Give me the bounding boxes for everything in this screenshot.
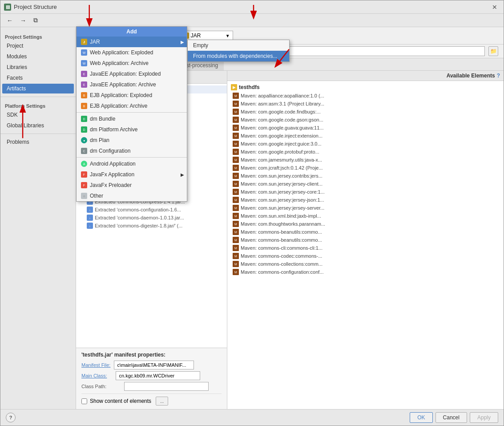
help-button[interactable]: ? (6, 413, 16, 422)
forward-button[interactable]: → (17, 16, 29, 25)
help-icon[interactable]: ? (497, 73, 500, 79)
dropdown-item-web-archive[interactable]: W Web Application: Archive (77, 58, 187, 69)
maven-icon: M (233, 125, 239, 131)
maven-icon: M (233, 205, 239, 211)
sidebar-item-sdk[interactable]: SDK (2, 110, 74, 120)
dropdown-item-javaee-exploded[interactable]: E JavaEE Application: Exploded (77, 69, 187, 79)
sidebar-item-global-libraries[interactable]: Global Libraries (2, 121, 74, 130)
type-select[interactable]: J JAR ▼ (180, 31, 233, 41)
javafx-arrow-icon: ▶ (181, 172, 184, 177)
manifest-file-label[interactable]: Manifest File: (81, 362, 110, 368)
dropdown-item-ejb-exploded[interactable]: B EJB Application: Exploded (77, 90, 187, 101)
show-content-checkbox[interactable] (81, 398, 87, 404)
list-item: M Maven: com.google.code.gson:gson... (227, 116, 504, 124)
project-structure-window: ▤ Project Structure ✕ ← → ⧉ Project Sett… (0, 0, 504, 426)
jar-label: JAR (90, 39, 100, 45)
manifest-title: 'testhdfs.jar' manifest properties: (81, 352, 222, 358)
sidebar-item-project[interactable]: Project (2, 41, 74, 51)
list-item: M Maven: com.google.protobuf:proto... (227, 148, 504, 156)
dropdown-item-javafx-preloader[interactable]: F JavaFx Preloader (77, 180, 187, 191)
sidebar-item-libraries[interactable]: Libraries (2, 62, 74, 72)
ejb-icon: B (81, 103, 87, 109)
android-icon: A (81, 161, 87, 167)
config-icon: C (81, 148, 87, 154)
dropdown-item-dm-platform[interactable]: D dm Platform Archive (77, 124, 187, 135)
manifest-main-class-row: Main Class: (81, 371, 222, 380)
available-elements-header: Available Elements ? (227, 71, 504, 81)
list-item: M Maven: com.jamesmurty.utils:java-x... (227, 156, 504, 164)
manifest-file-input[interactable] (114, 361, 194, 369)
ok-button[interactable]: OK (410, 412, 432, 423)
browse-output-button[interactable]: 📁 (488, 46, 498, 56)
action-buttons: OK Cancel Apply (410, 412, 498, 423)
dropdown-item-dm-plan[interactable]: ● dm Plan (77, 135, 187, 146)
ejb-archive-label: EJB Application: Archive (90, 103, 147, 109)
maven-icon: M (233, 173, 239, 179)
folder-icon: ▶ (231, 84, 237, 90)
dropdown-item-dm-config[interactable]: C dm Configuration (77, 146, 187, 156)
platform-settings-title: Platform Settings (0, 101, 76, 110)
javaee-icon: E (81, 71, 87, 77)
jar-sub-dropdown: Empty From modules with dependencies... (187, 40, 290, 62)
list-item: M Maven: commons-configuration:conf... (227, 268, 504, 276)
right-panel: Available Elements ? ▶ testhdfs M Maven:… (227, 71, 504, 409)
maven-icon: M (233, 253, 239, 259)
list-item: M Maven: com.sun.jersey:jersey-server... (227, 204, 504, 212)
dm-icon: D (81, 116, 87, 122)
list-item: M Maven: commons-beanutils:commo... (227, 236, 504, 244)
title-bar: ▤ Project Structure ✕ (0, 0, 504, 14)
other-label: Other (90, 193, 103, 199)
dm-plan-label: dm Plan (90, 137, 109, 143)
dropdown-item-javaee-archive[interactable]: E JavaEE Application: Archive (77, 79, 187, 90)
dropdown-item-web-exploded[interactable]: W Web Application: Exploded (77, 47, 187, 58)
dropdown-item-other[interactable]: ○ Other (77, 191, 187, 201)
manifest-main-class-input[interactable] (116, 371, 200, 380)
title-bar-left: ▤ Project Structure (4, 4, 57, 11)
maven-icon: M (233, 93, 239, 99)
back-button[interactable]: ← (4, 16, 16, 25)
list-item: ↓ Extracted 'commons-digester-1.8.jar/' … (76, 222, 227, 230)
manifest-main-class-label[interactable]: Main Class: (81, 373, 107, 378)
javafx-icon: F (81, 171, 87, 178)
extracted-icon: ↓ (87, 215, 93, 221)
dm-bundle-label: dm Bundle (90, 116, 115, 122)
dropdown-item-android[interactable]: A Android Application (77, 158, 187, 169)
from-modules-label: From modules with dependencies... (193, 53, 277, 59)
list-item: M Maven: com.google.inject:extension... (227, 132, 504, 140)
list-item: M Maven: com.sun.jersey:jersey-json:1... (227, 196, 504, 204)
submenu-item-from-modules[interactable]: From modules with dependencies... (188, 51, 289, 61)
sidebar-item-facets[interactable]: Facets (2, 73, 74, 83)
list-item: M Maven: asm:asm:3.1 (Project Library... (227, 100, 504, 108)
show-content-row: Show content of elements ... (81, 394, 222, 406)
dm-platform-label: dm Platform Archive (90, 126, 137, 133)
project-settings-title: Project Settings (0, 32, 76, 41)
manifest-class-path-input[interactable] (124, 382, 209, 391)
list-item: M Maven: com.google.guava:guava:11... (227, 124, 504, 132)
maven-icon: M (233, 269, 239, 275)
list-item: M Maven: aopalliance:aopalliance:1.0 (..… (227, 92, 504, 100)
dropdown-item-dm-bundle[interactable]: D dm Bundle (77, 114, 187, 124)
copy-button[interactable]: ⧉ (31, 15, 40, 25)
maven-icon: M (233, 117, 239, 123)
dropdown-item-jar[interactable]: J JAR ▶ (77, 37, 187, 47)
maven-icon: M (233, 165, 239, 171)
submenu-item-empty[interactable]: Empty (188, 40, 289, 51)
sidebar-item-problems[interactable]: Problems (2, 137, 74, 147)
apply-button[interactable]: Apply (470, 412, 498, 423)
tree-child-15: Extracted 'commons-daemon-1.0.13.jar... (95, 215, 184, 220)
list-item: M Maven: com.thoughtworks.parannam... (227, 220, 504, 228)
list-item: M Maven: com.google.code.findbugs:... (227, 108, 504, 116)
android-app-label: Android Application (90, 161, 136, 167)
dots-button[interactable]: ... (156, 397, 168, 406)
close-button[interactable]: ✕ (489, 3, 500, 12)
javafx-icon: F (81, 182, 87, 188)
sidebar-item-modules[interactable]: Modules (2, 52, 74, 61)
sidebar-item-artifacts[interactable]: Artifacts (2, 84, 74, 93)
javaee-icon: E (81, 81, 87, 88)
dropdown-item-ejb-archive[interactable]: B EJB Application: Archive (77, 101, 187, 111)
maven-icon: M (233, 149, 239, 155)
dropdown-item-javafx[interactable]: F JavaFx Application ▶ (77, 169, 187, 180)
javafx-app-label: JavaFx Application (90, 171, 134, 178)
list-item: ↓ Extracted 'commons-daemon-1.0.13.jar..… (76, 214, 227, 222)
cancel-button[interactable]: Cancel (435, 412, 467, 423)
